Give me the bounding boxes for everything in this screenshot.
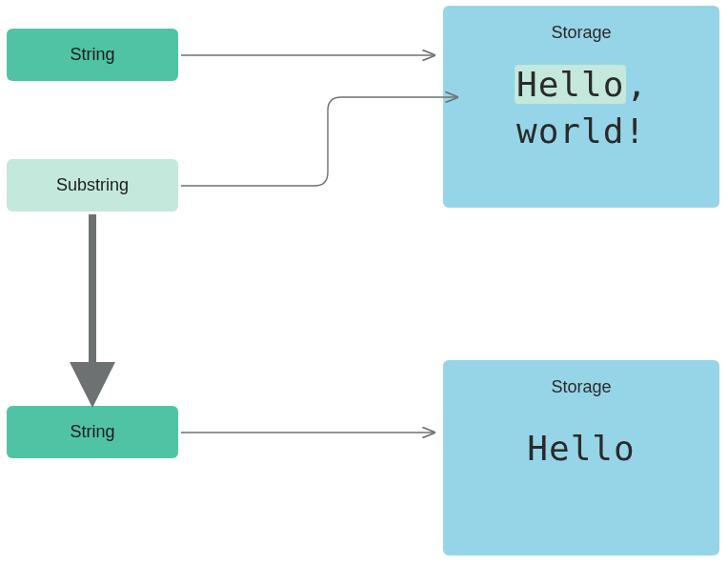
string-box-bottom-label: String bbox=[70, 422, 114, 442]
storage-bottom-title: Storage bbox=[464, 377, 698, 397]
substring-box: Substring bbox=[7, 159, 178, 212]
string-box-top: String bbox=[7, 29, 178, 81]
arrow-substring-to-highlight bbox=[181, 97, 457, 186]
substring-box-label: Substring bbox=[56, 175, 129, 195]
storage-top-rest1: , bbox=[626, 65, 648, 104]
storage-box-bottom: Storage Hello bbox=[443, 360, 719, 555]
storage-bottom-content: Hello bbox=[464, 426, 698, 473]
storage-top-content: Hello, world! bbox=[464, 62, 698, 154]
storage-top-line2: world! bbox=[516, 111, 646, 151]
storage-top-highlight: Hello bbox=[515, 65, 626, 104]
storage-top-title: Storage bbox=[464, 23, 698, 43]
string-box-bottom: String bbox=[7, 406, 178, 458]
string-box-top-label: String bbox=[70, 45, 114, 65]
storage-box-top: Storage Hello, world! bbox=[443, 6, 719, 208]
